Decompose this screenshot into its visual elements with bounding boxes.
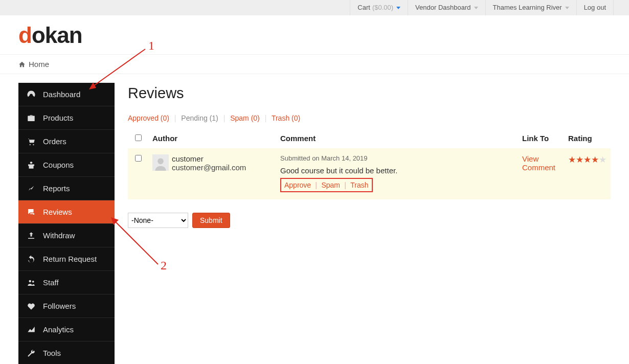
author-email: customer@gmail.com xyxy=(152,163,272,172)
separator: | xyxy=(265,114,267,122)
comments-icon xyxy=(27,208,36,217)
sidebar-item-label: Tools xyxy=(43,349,61,357)
logo-first-letter: d xyxy=(18,22,32,48)
sidebar-item-label: Return Request xyxy=(43,255,97,263)
breadcrumb: Home xyxy=(0,54,629,74)
sidebar-item-followers[interactable]: Followers xyxy=(18,294,115,318)
topbar-cart[interactable]: Cart ($0.00) xyxy=(350,0,408,15)
sidebar-item-return-request[interactable]: Return Request xyxy=(18,247,115,271)
tab-trash[interactable]: Trash (0) xyxy=(272,114,300,122)
heart-icon xyxy=(27,302,36,311)
col-author: Author xyxy=(148,129,276,148)
layout: Dashboard Products Orders Coupons Report… xyxy=(0,74,629,364)
separator: | xyxy=(223,114,226,122)
main-content: 1 2 Reviews Approved (0) | Pending (1) |… xyxy=(115,83,611,228)
cart-amount: ($0.00) xyxy=(372,0,393,15)
dashboard-icon xyxy=(27,90,36,99)
chart-icon xyxy=(27,184,36,193)
rating-stars: ★★★★★ xyxy=(568,154,606,165)
svg-point-0 xyxy=(30,144,31,145)
sidebar-item-orders[interactable]: Orders xyxy=(18,130,115,153)
sidebar-item-products[interactable]: Products xyxy=(18,106,115,130)
star-icon: ★ xyxy=(583,155,591,165)
logout-label: Log out xyxy=(584,0,606,15)
sidebar-item-label: Coupons xyxy=(43,161,74,169)
upload-icon xyxy=(27,231,36,240)
bulk-actions: -None- Submit xyxy=(128,213,611,228)
bulk-submit-button[interactable]: Submit xyxy=(192,213,230,228)
svg-point-1 xyxy=(33,144,34,145)
page-title: Reviews xyxy=(128,85,611,102)
row-actions: Approve | Spam | Trash xyxy=(280,178,373,192)
gift-icon xyxy=(27,161,36,170)
undo-icon xyxy=(27,255,36,264)
topbar-user[interactable]: Thames Learning River xyxy=(485,0,576,15)
users-icon xyxy=(27,278,36,287)
briefcase-icon xyxy=(27,113,36,123)
sidebar-item-label: Reports xyxy=(43,184,70,193)
svg-point-8 xyxy=(158,158,164,165)
view-comment-link[interactable]: View Comment xyxy=(522,154,555,172)
sidebar-item-reviews[interactable]: Reviews xyxy=(18,200,115,224)
comment-text: Good course but it could be better. xyxy=(280,166,514,175)
col-linkto: Link To xyxy=(518,129,564,148)
reviews-table: Author Comment Link To Rating customer c… xyxy=(128,129,611,199)
select-all-checkbox[interactable] xyxy=(135,134,142,141)
sidebar-item-label: Followers xyxy=(43,302,76,310)
user-name: Thames Learning River xyxy=(493,0,562,15)
action-approve[interactable]: Approve xyxy=(284,181,311,189)
chevron-down-icon xyxy=(565,7,569,9)
sidebar-item-coupons[interactable]: Coupons xyxy=(18,153,115,177)
tab-pending[interactable]: Pending (1) xyxy=(181,114,218,122)
logo-rest: okan xyxy=(32,22,82,48)
sidebar-item-reports[interactable]: Reports xyxy=(18,177,115,200)
tab-approved[interactable]: Approved (0) xyxy=(128,114,169,122)
sidebar-item-label: Products xyxy=(43,113,73,122)
breadcrumb-home[interactable]: Home xyxy=(29,60,49,69)
sidebar-item-label: Dashboard xyxy=(43,90,80,99)
sidebar-item-staff[interactable]: Staff xyxy=(18,271,115,294)
star-icon: ★ xyxy=(591,155,599,165)
wrench-icon xyxy=(27,349,36,358)
sidebar-item-label: Analytics xyxy=(43,325,74,334)
home-icon xyxy=(18,61,26,68)
status-tabs: Approved (0) | Pending (1) | Spam (0) | … xyxy=(128,114,611,122)
sidebar-item-label: Staff xyxy=(43,278,59,287)
sidebar: Dashboard Products Orders Coupons Report… xyxy=(18,83,115,364)
separator: | xyxy=(174,114,176,122)
chevron-down-icon xyxy=(396,7,400,9)
person-icon xyxy=(153,156,168,171)
sidebar-item-tools[interactable]: Tools xyxy=(18,342,115,364)
vendor-dashboard-label: Vendor Dashboard xyxy=(415,0,470,15)
tab-spam[interactable]: Spam (0) xyxy=(230,114,260,122)
annotation-number-2: 2 xyxy=(161,259,167,272)
sidebar-item-label: Withdraw xyxy=(43,231,75,240)
topbar-vendor-dashboard[interactable]: Vendor Dashboard xyxy=(408,0,485,15)
submitted-date: Submitted on March 14, 2019 xyxy=(280,154,514,162)
bulk-action-select[interactable]: -None- xyxy=(128,213,188,228)
avatar xyxy=(152,154,169,171)
col-comment: Comment xyxy=(276,129,518,148)
row-checkbox[interactable] xyxy=(135,155,142,162)
svg-point-2 xyxy=(29,280,32,282)
topbar: Cart ($0.00) Vendor Dashboard Thames Lea… xyxy=(0,0,629,15)
star-icon: ★ xyxy=(576,155,583,165)
site-logo[interactable]: dokan xyxy=(18,22,611,48)
sidebar-item-analytics[interactable]: Analytics xyxy=(18,318,115,342)
author-name: customer xyxy=(152,154,272,163)
col-rating: Rating xyxy=(564,129,611,148)
action-spam[interactable]: Spam xyxy=(321,181,340,189)
separator: | xyxy=(344,180,346,189)
action-trash[interactable]: Trash xyxy=(350,181,368,189)
cart-icon xyxy=(27,137,36,146)
sidebar-item-dashboard[interactable]: Dashboard xyxy=(18,83,115,106)
sidebar-item-label: Reviews xyxy=(43,208,72,216)
sidebar-item-withdraw[interactable]: Withdraw xyxy=(18,224,115,247)
sidebar-item-label: Orders xyxy=(43,137,66,146)
header: dokan xyxy=(0,15,629,54)
cart-label: Cart xyxy=(357,0,370,15)
col-select xyxy=(128,129,148,148)
area-chart-icon xyxy=(27,325,36,334)
chevron-down-icon xyxy=(474,7,478,9)
topbar-logout[interactable]: Log out xyxy=(576,0,614,15)
